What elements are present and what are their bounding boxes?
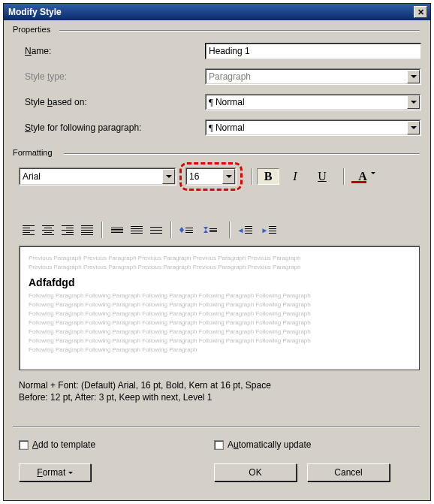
properties-group-label: Properties bbox=[11, 25, 52, 34]
following-label: Style for following paragraph: bbox=[25, 122, 141, 133]
preview-follow-para: Following Paragraph Following Paragraph … bbox=[29, 309, 410, 318]
preview-prev-para: Previous Paragraph Previous Paragraph Pr… bbox=[29, 254, 410, 263]
preview-follow-para: Following Paragraph Following Paragraph … bbox=[29, 300, 410, 309]
dropdown-button[interactable] bbox=[407, 121, 420, 134]
align-left-icon bbox=[23, 225, 35, 235]
following-combo[interactable]: ¶Normal bbox=[205, 119, 421, 136]
caret-down-icon bbox=[411, 75, 417, 78]
italic-button[interactable]: I bbox=[284, 168, 306, 185]
ok-label: OK bbox=[249, 467, 261, 478]
font-size-combo[interactable]: 16 bbox=[185, 167, 237, 186]
caret-down-icon bbox=[411, 126, 417, 129]
titlebar: Modify Style ✕ bbox=[4, 4, 430, 20]
dropdown-button[interactable] bbox=[162, 169, 175, 184]
dialog-body: Properties Name: Heading 1 Style type: P… bbox=[4, 20, 430, 500]
based-on-value: ¶Normal bbox=[206, 96, 406, 108]
align-right-button[interactable] bbox=[59, 222, 77, 238]
font-color-bar bbox=[351, 181, 366, 183]
close-button[interactable]: ✕ bbox=[414, 6, 427, 18]
line-spacing-1-icon bbox=[111, 228, 123, 233]
font-size-value: 16 bbox=[186, 171, 222, 182]
dropdown-button[interactable] bbox=[407, 95, 420, 109]
checkbox-box bbox=[19, 440, 29, 450]
align-left-button[interactable] bbox=[20, 222, 38, 238]
auto-update-label: Automatically update bbox=[228, 439, 311, 450]
preview-follow-para: Following Paragraph Following Paragraph … bbox=[29, 327, 410, 337]
name-label: Name: bbox=[25, 46, 51, 56]
close-icon: ✕ bbox=[417, 8, 424, 17]
space-before-increase-button[interactable] bbox=[177, 222, 200, 238]
space-before-icon bbox=[179, 227, 197, 233]
formatting-group-label: Formatting bbox=[11, 148, 54, 157]
line-spacing-2-icon bbox=[150, 227, 162, 234]
divider bbox=[13, 426, 420, 427]
modify-style-dialog: Modify Style ✕ Properties Name: Heading … bbox=[3, 3, 431, 501]
following-value: ¶Normal bbox=[206, 122, 406, 134]
decrease-indent-icon: ◄ bbox=[237, 226, 258, 234]
style-description: Normal + Font: (Default) Arial, 16 pt, B… bbox=[19, 379, 420, 403]
dropdown-button[interactable] bbox=[222, 169, 235, 184]
bold-button[interactable]: B bbox=[257, 168, 279, 185]
format-menu-button[interactable]: Format bbox=[19, 463, 91, 481]
based-on-label: Style based on: bbox=[25, 97, 87, 107]
space-before-decrease-button[interactable] bbox=[201, 222, 224, 238]
space-after-icon bbox=[203, 227, 222, 233]
preview-follow-para: Following Paragraph Following Paragraph … bbox=[29, 291, 410, 300]
add-to-template-checkbox[interactable]: Add to template bbox=[19, 439, 95, 450]
preview-box: Previous Paragraph Previous Paragraph Pr… bbox=[19, 246, 420, 370]
divider bbox=[64, 153, 420, 155]
align-center-icon bbox=[42, 225, 54, 235]
preview-follow-para: Following Paragraph Following Paragraph … bbox=[29, 318, 410, 327]
line-spacing-1-button[interactable] bbox=[108, 222, 126, 238]
style-type-combo: Paragraph bbox=[205, 68, 421, 85]
caret-down-icon bbox=[166, 175, 172, 178]
ok-button[interactable]: OK bbox=[214, 463, 297, 481]
caret-down-icon bbox=[68, 472, 73, 474]
dropdown-button bbox=[407, 70, 420, 83]
format-button-label: Format bbox=[37, 467, 65, 478]
preview-prev-para: Previous Paragraph Previous Paragraph Pr… bbox=[29, 263, 410, 272]
increase-indent-button[interactable]: ► bbox=[260, 222, 282, 238]
add-to-template-label: Add to template bbox=[32, 439, 95, 450]
font-name-value: Arial bbox=[20, 171, 161, 182]
window-title: Modify Style bbox=[8, 7, 62, 17]
caret-down-icon bbox=[226, 175, 232, 178]
font-name-combo[interactable]: Arial bbox=[19, 167, 176, 186]
preview-sample-text: Adfafdgd bbox=[29, 276, 410, 288]
align-right-icon bbox=[62, 225, 74, 235]
style-type-label: Style type: bbox=[25, 71, 67, 82]
cancel-button[interactable]: Cancel bbox=[307, 463, 390, 481]
based-on-combo[interactable]: ¶Normal bbox=[205, 94, 421, 110]
cancel-label: Cancel bbox=[334, 467, 362, 478]
line-spacing-15-icon bbox=[131, 226, 143, 234]
underline-button[interactable]: U bbox=[311, 168, 333, 185]
decrease-indent-button[interactable]: ◄ bbox=[236, 222, 258, 238]
name-input[interactable]: Heading 1 bbox=[205, 43, 421, 59]
preview-follow-para: Following Paragraph Following Paragraph … bbox=[29, 346, 410, 355]
caret-down-icon bbox=[411, 101, 417, 104]
align-justify-button[interactable] bbox=[78, 222, 96, 238]
style-type-value: Paragraph bbox=[206, 71, 406, 82]
line-spacing-15-button[interactable] bbox=[128, 222, 146, 238]
font-color-button[interactable]: A bbox=[348, 168, 377, 185]
align-center-button[interactable] bbox=[39, 222, 57, 238]
caret-down-icon bbox=[371, 174, 375, 188]
checkbox-box bbox=[214, 440, 224, 450]
align-justify-icon bbox=[81, 225, 93, 235]
increase-indent-icon: ► bbox=[261, 226, 282, 234]
preview-follow-para: Following Paragraph Following Paragraph … bbox=[29, 337, 410, 346]
line-spacing-2-button[interactable] bbox=[147, 222, 165, 238]
auto-update-checkbox[interactable]: Automatically update bbox=[214, 439, 311, 450]
divider bbox=[59, 30, 420, 32]
